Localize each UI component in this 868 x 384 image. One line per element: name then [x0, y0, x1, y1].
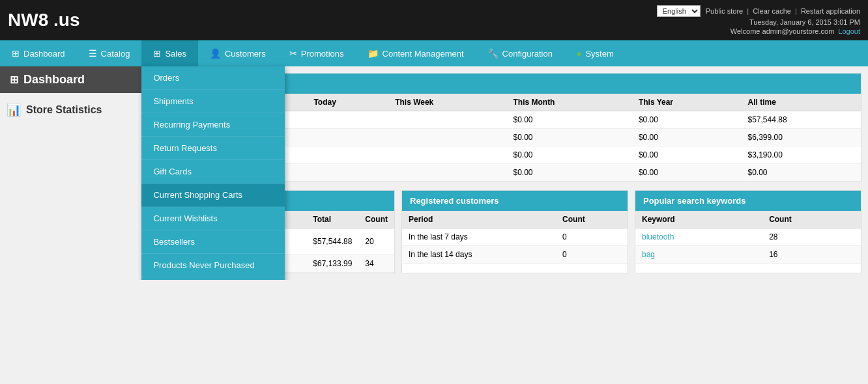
dropdown-recurring-payments[interactable]: Recurring Payments [141, 113, 285, 137]
public-store-link[interactable]: Public store [706, 7, 743, 15]
nav-label-dashboard: Dashboard [23, 49, 65, 59]
system-icon: ● [576, 48, 581, 59]
count-1: 0 [556, 228, 628, 246]
cancelled-year: $0.00 [632, 164, 742, 182]
processing-month: $0.00 [506, 129, 631, 146]
nav-item-catalog[interactable]: ☰ Catalog [77, 40, 142, 66]
pending-alltime: $57,544.88 [742, 111, 861, 129]
popular-keywords-table: Keyword Count bluetooth 28 bag 16 [635, 211, 861, 264]
period-1: In the last 7 days [402, 228, 556, 246]
nav-label-configuration: Configuration [502, 49, 553, 59]
complete-today [307, 146, 388, 164]
store-stats-icon: 📊 [7, 103, 21, 117]
nav-item-content-management[interactable]: 📁 Content Management [356, 40, 476, 66]
registered-customers-card: Registered customers Period Count In the… [401, 190, 628, 273]
popular-keywords-card: Popular search keywords Keyword Count bl… [635, 190, 861, 273]
dashboard-icon: ⊞ [12, 48, 20, 59]
dropdown-shipments[interactable]: Shipments [141, 90, 285, 113]
language-select[interactable]: English [657, 5, 701, 17]
col-count: Count [556, 211, 628, 228]
incomplete-count-2: 34 [358, 255, 394, 273]
popular-keywords-header: Popular search keywords [635, 191, 861, 211]
nav-label-sales: Sales [165, 49, 186, 59]
table-row: In the last 7 days 0 [402, 228, 628, 246]
pending-month: $0.00 [506, 111, 631, 129]
dropdown-shopping-carts[interactable]: Current Shopping Carts [141, 184, 285, 207]
page-body: ⊞ Dashboard 📊 Store Statistics Order tot… [0, 66, 868, 280]
cancelled-week [388, 164, 506, 182]
header-bottom-row: Welcome admin@yourstore.com Logout [731, 27, 860, 35]
sales-icon: ⊞ [153, 48, 161, 59]
pending-year: $0.00 [632, 111, 742, 129]
nav: ⊞ Dashboard ☰ Catalog ⊞ Sales Orders Shi… [0, 40, 868, 66]
header-top-row: English Public store | Clear cache | Res… [657, 5, 860, 17]
nav-item-sales[interactable]: ⊞ Sales Orders Shipments Recurring Payme… [141, 40, 198, 66]
table-row: In the last 14 days 0 [402, 246, 628, 264]
count-2: 0 [556, 246, 628, 264]
nav-item-promotions[interactable]: ✂ Promotions [278, 40, 356, 66]
config-icon: 🔧 [487, 48, 499, 59]
dropdown-bestsellers[interactable]: Bestsellers [141, 230, 285, 254]
col-today: Today [307, 94, 388, 111]
dropdown-never-purchased[interactable]: Products Never Purchased [141, 254, 285, 277]
nav-item-dashboard[interactable]: ⊞ Dashboard [0, 40, 77, 66]
col-all-time: All time [742, 94, 861, 111]
col-keyword: Keyword [635, 211, 762, 228]
cancelled-month: $0.00 [506, 164, 631, 182]
complete-month: $0.00 [506, 146, 631, 164]
dashboard-header: ⊞ Dashboard [0, 66, 162, 93]
sales-dropdown: Orders Shipments Recurring Payments Retu… [141, 66, 285, 280]
clear-cache-link[interactable]: Clear cache [753, 7, 791, 15]
nav-item-configuration[interactable]: 🔧 Configuration [476, 40, 564, 66]
incomplete-count-1: 20 [358, 228, 394, 255]
col-count: Count [762, 211, 861, 228]
keyword-count-1: 28 [762, 228, 861, 246]
period-2: In the last 14 days [402, 246, 556, 264]
keyword-2: bag [635, 246, 762, 264]
keyword-1: bluetooth [635, 228, 762, 246]
dropdown-country-report[interactable]: Country Report [141, 277, 285, 280]
incomplete-total-1: $57,544.88 [306, 228, 358, 255]
col-period: Period [402, 211, 556, 228]
dropdown-orders[interactable]: Orders [141, 66, 285, 90]
processing-year: $0.00 [632, 129, 742, 146]
datetime: Tuesday, January 6, 2015 3:01 PM [749, 18, 860, 26]
header-right: English Public store | Clear cache | Res… [657, 5, 860, 35]
keyword-count-2: 16 [762, 246, 861, 264]
logo: NW8 .us [8, 10, 80, 31]
content-icon: 📁 [368, 48, 379, 59]
processing-today [307, 129, 388, 146]
promotions-icon: ✂ [289, 48, 297, 59]
nav-label-catalog: Catalog [101, 49, 130, 59]
header: NW8 .us English Public store | Clear cac… [0, 0, 868, 40]
registered-customers-header: Registered customers [402, 191, 628, 211]
catalog-icon: ☰ [89, 48, 97, 59]
registered-customers-table: Period Count In the last 7 days 0 In the… [402, 211, 628, 264]
welcome-text: Welcome admin@yourstore.com [731, 27, 835, 35]
restart-link[interactable]: Restart application [801, 7, 860, 15]
dropdown-return-requests[interactable]: Return Requests [141, 137, 285, 160]
nav-item-customers[interactable]: 👤 Customers [198, 40, 278, 66]
col-this-year: This Year [632, 94, 742, 111]
col-count: Count [358, 211, 394, 228]
nav-label-system: System [585, 49, 613, 59]
nav-item-system[interactable]: ● System [564, 40, 626, 66]
pending-today [307, 111, 388, 129]
col-this-month: This Month [506, 94, 631, 111]
logout-link[interactable]: Logout [838, 27, 860, 35]
col-this-week: This Week [388, 94, 506, 111]
dropdown-gift-cards[interactable]: Gift Cards [141, 160, 285, 184]
dashboard-header-icon: ⊞ [10, 74, 18, 86]
nav-label-promotions: Promotions [301, 49, 344, 59]
store-statistics-section: 📊 Store Statistics [0, 93, 162, 120]
nav-label-content: Content Management [383, 49, 464, 59]
pending-week [388, 111, 506, 129]
complete-week [388, 146, 506, 164]
store-statistics-label: Store Statistics [26, 104, 102, 116]
cancelled-alltime: $0.00 [742, 164, 861, 182]
dropdown-wishlists[interactable]: Current Wishlists [141, 207, 285, 230]
col-total: Total [306, 211, 358, 228]
table-row: bluetooth 28 [635, 228, 861, 246]
complete-alltime: $3,190.00 [742, 146, 861, 164]
cancelled-today [307, 164, 388, 182]
